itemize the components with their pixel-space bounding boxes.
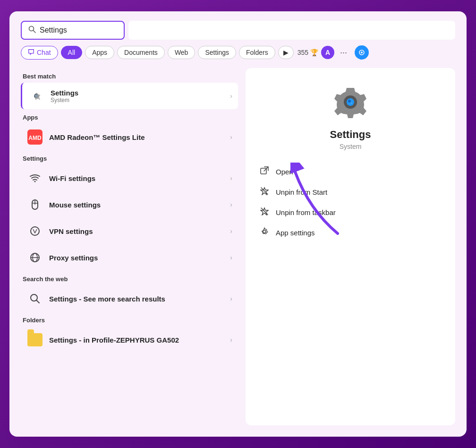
amd-title: AMD Radeon™ Settings Lite bbox=[49, 133, 224, 141]
svg-point-22 bbox=[351, 103, 352, 104]
tab-folders[interactable]: Folders bbox=[239, 46, 275, 59]
user-avatar[interactable]: A bbox=[321, 46, 334, 59]
proxy-settings-item[interactable]: Proxy settings › bbox=[21, 244, 238, 271]
svg-point-9 bbox=[34, 181, 36, 182]
vpn-text: VPN settings bbox=[49, 227, 224, 235]
search-icon bbox=[28, 26, 36, 35]
outer-background: Settings Chat All Apps bbox=[0, 0, 476, 448]
mouse-icon bbox=[26, 196, 43, 213]
best-match-settings[interactable]: Settings System › bbox=[21, 83, 238, 109]
amd-text: AMD Radeon™ Settings Lite bbox=[49, 133, 224, 141]
tab-web[interactable]: Web bbox=[168, 46, 196, 59]
action-app-settings[interactable]: App settings bbox=[257, 223, 444, 243]
action-unpin-start[interactable]: Unpin from Start bbox=[257, 182, 444, 202]
wifi-icon bbox=[26, 170, 43, 187]
trophy-icon: 🏆 bbox=[310, 49, 318, 56]
action-open-label: Open bbox=[276, 168, 293, 176]
tab-more-play[interactable]: ▶ bbox=[278, 46, 294, 59]
more-options-button[interactable]: ··· bbox=[337, 46, 350, 60]
svg-point-13 bbox=[31, 227, 39, 235]
wifi-text: Wi-Fi settings bbox=[49, 174, 224, 182]
search-web-text: Settings - See more search results bbox=[49, 295, 224, 303]
left-panel: Best match Settings System bbox=[21, 68, 238, 425]
amd-icon: AMD bbox=[26, 129, 43, 146]
tab-settings-label: Settings bbox=[205, 49, 229, 56]
tab-count-area: 355 🏆 bbox=[298, 49, 318, 56]
folder-title: Settings - in Profile-ZEPHYRUS GA502 bbox=[49, 336, 224, 344]
wifi-chevron-icon: › bbox=[230, 174, 232, 182]
vpn-settings-item[interactable]: VPN settings › bbox=[21, 218, 238, 244]
mouse-settings-item[interactable]: Mouse settings › bbox=[21, 191, 238, 218]
gear-action-icon bbox=[259, 227, 270, 238]
settings-section-label: Settings bbox=[21, 155, 238, 162]
folders-section-label: Folders bbox=[21, 317, 238, 324]
chevron-right-icon: › bbox=[230, 92, 232, 100]
mouse-chevron-icon: › bbox=[230, 201, 232, 208]
tab-apps-label: Apps bbox=[92, 49, 107, 56]
action-open[interactable]: Open bbox=[257, 162, 444, 182]
apps-section-label: Apps bbox=[21, 114, 238, 121]
action-unpin-taskbar[interactable]: Unpin from taskbar bbox=[257, 202, 444, 223]
tab-chat[interactable]: Chat bbox=[21, 46, 58, 60]
folder-chevron-icon: › bbox=[230, 336, 232, 344]
search-box[interactable]: Settings bbox=[21, 21, 125, 40]
mouse-title: Mouse settings bbox=[49, 201, 224, 209]
proxy-text: Proxy settings bbox=[49, 254, 224, 262]
folder-text: Settings - in Profile-ZEPHYRUS GA502 bbox=[49, 336, 224, 344]
right-app-icon bbox=[332, 83, 369, 121]
tab-settings[interactable]: Settings bbox=[198, 46, 236, 59]
tab-chat-label: Chat bbox=[37, 49, 51, 56]
vpn-icon bbox=[26, 223, 43, 240]
right-panel: Settings System Open bbox=[246, 68, 455, 425]
action-unpin-taskbar-label: Unpin from taskbar bbox=[276, 208, 336, 216]
right-app-subtitle: System bbox=[257, 143, 444, 150]
avatar-label: A bbox=[325, 49, 330, 56]
vpn-title: VPN settings bbox=[49, 227, 224, 235]
search-panel: Settings Chat All Apps bbox=[9, 11, 467, 437]
unpin-start-icon bbox=[259, 187, 270, 198]
tab-count-number: 355 bbox=[298, 49, 308, 56]
svg-point-4 bbox=[361, 52, 363, 53]
amd-radeon-item[interactable]: AMD AMD Radeon™ Settings Lite › bbox=[21, 124, 238, 150]
svg-line-18 bbox=[37, 301, 40, 303]
best-match-title: Settings bbox=[51, 89, 224, 97]
unpin-taskbar-icon bbox=[259, 207, 270, 218]
wifi-title: Wi-Fi settings bbox=[49, 174, 224, 182]
search-web-icon bbox=[26, 290, 43, 307]
search-bar-extension[interactable] bbox=[128, 21, 455, 40]
svg-line-1 bbox=[34, 31, 36, 33]
amd-chevron-icon: › bbox=[230, 133, 232, 141]
main-content: Best match Settings System bbox=[21, 68, 455, 425]
chat-icon bbox=[28, 49, 34, 57]
tab-apps[interactable]: Apps bbox=[85, 46, 114, 59]
external-link-icon bbox=[259, 166, 270, 177]
search-web-label: Search the web bbox=[21, 276, 238, 283]
search-web-chevron-icon: › bbox=[230, 295, 232, 302]
proxy-icon bbox=[26, 249, 43, 266]
proxy-chevron-icon: › bbox=[230, 254, 232, 261]
search-web-item[interactable]: Settings - See more search results › bbox=[21, 285, 238, 312]
svg-point-21 bbox=[348, 100, 351, 103]
cortana-button[interactable] bbox=[355, 45, 369, 60]
search-query-text: Settings bbox=[40, 26, 67, 34]
best-match-subtitle: System bbox=[51, 97, 224, 103]
tab-documents[interactable]: Documents bbox=[117, 46, 165, 59]
tab-folders-label: Folders bbox=[246, 49, 268, 56]
tab-all[interactable]: All bbox=[61, 46, 83, 59]
search-web-title: Settings - See more search results bbox=[49, 295, 224, 303]
proxy-title: Proxy settings bbox=[49, 254, 224, 262]
wifi-settings-item[interactable]: Wi-Fi settings › bbox=[21, 165, 238, 191]
right-app-name: Settings bbox=[257, 129, 444, 141]
best-match-label: Best match bbox=[21, 73, 238, 80]
folder-icon bbox=[26, 331, 43, 348]
tab-all-label: All bbox=[68, 49, 76, 56]
action-app-settings-label: App settings bbox=[276, 229, 315, 237]
folder-item[interactable]: Settings - in Profile-ZEPHYRUS GA502 › bbox=[21, 327, 238, 353]
settings-icon-wrap bbox=[28, 87, 45, 104]
mouse-text: Mouse settings bbox=[49, 201, 224, 209]
search-bar-row: Settings bbox=[21, 21, 455, 40]
tab-web-label: Web bbox=[175, 49, 188, 56]
action-unpin-start-label: Unpin from Start bbox=[276, 188, 327, 196]
best-match-text: Settings System bbox=[51, 89, 224, 103]
tab-documents-label: Documents bbox=[124, 49, 158, 56]
